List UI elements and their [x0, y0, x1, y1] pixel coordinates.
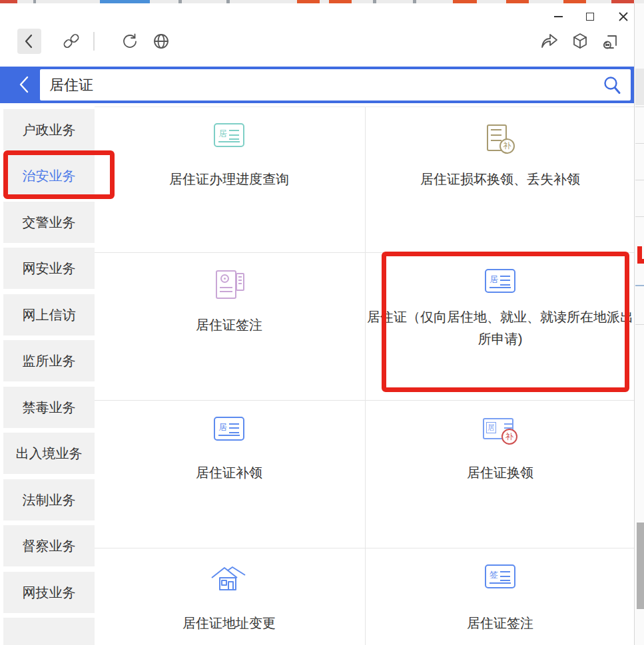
document-badge-icon: 补: [485, 123, 515, 154]
residence-card-icon: 居: [214, 417, 244, 441]
sidebar-item-fazhi[interactable]: 法制业务: [3, 479, 95, 521]
service-card-endorsement-2[interactable]: 签 居住证签注: [366, 548, 635, 645]
assistant-button[interactable]: [600, 31, 621, 52]
icon-char: 居: [218, 421, 227, 433]
residence-card-icon: 签: [485, 564, 515, 588]
icon-char: 居: [489, 274, 498, 286]
sidebar-item-label: 监所业务: [23, 352, 76, 370]
search-back-button[interactable]: [15, 75, 35, 95]
sidebar-item-jiaojing[interactable]: 交警业务: [3, 202, 95, 243]
sidebar-item-label: 网技业务: [23, 584, 76, 602]
residence-card-icon: 居: [485, 269, 515, 293]
share-icon: [539, 31, 559, 51]
sidebar-item-label: 法制业务: [23, 491, 76, 509]
globe-button[interactable]: [151, 31, 172, 52]
minimize-icon: [554, 16, 563, 17]
sidebar-item-wangji[interactable]: 网技业务: [3, 572, 95, 613]
search-input[interactable]: [49, 69, 595, 101]
sidebar-item-wangan[interactable]: 网安业务: [3, 248, 95, 289]
browser-toolbar: [0, 25, 634, 63]
chevron-left-icon: [17, 75, 32, 94]
sidebar-item-label: 禁毒业务: [23, 399, 76, 417]
service-card-address-change[interactable]: 居住证地址变更: [95, 548, 364, 645]
close-icon: [618, 11, 629, 22]
service-label: 居住证签注: [371, 612, 629, 634]
search-bar: [0, 67, 634, 103]
icon-char: 居: [486, 422, 496, 433]
search-icon[interactable]: [603, 76, 621, 97]
icon-char: 居: [218, 128, 227, 140]
services-grid: 居 居住证办理进度查询 补 居住证损坏换领、丢失补领 居住证签注 居 居住证（仅…: [95, 107, 634, 645]
refresh-icon: [121, 32, 139, 51]
annotation-fragment: [637, 246, 644, 264]
link-button[interactable]: [61, 31, 81, 51]
icon-badge-char: 补: [499, 138, 515, 154]
screen: 户政业务 治安业务 交警业务 网安业务 网上信访 监所业务 禁毒业务 出入境业务…: [0, 0, 644, 645]
icon-char: 签: [489, 569, 498, 581]
titlebar: [0, 3, 634, 25]
card-badge-icon: 居 补: [483, 417, 517, 445]
sidebar-item-label: 网上信访: [23, 306, 76, 324]
sidebar-item-ducha[interactable]: 督察业务: [3, 525, 95, 566]
house-icon: [210, 564, 248, 594]
maximize-icon: [586, 13, 594, 21]
close-button[interactable]: [613, 9, 633, 25]
service-card-progress-query[interactable]: 居 居住证办理进度查询: [95, 107, 364, 252]
back-button[interactable]: [17, 29, 41, 54]
service-label: 居住证签注: [100, 314, 358, 336]
globe-icon: [152, 32, 170, 51]
sidebar-item-label: 督察业务: [23, 537, 76, 555]
scrollbar-thumb[interactable]: [637, 523, 644, 609]
maximize-button[interactable]: [580, 9, 600, 25]
share-button[interactable]: [538, 31, 559, 52]
sidebar-item-huzheng[interactable]: 户政业务: [3, 109, 95, 150]
service-label: 居住证（仅向居住地、就业、就读所在地派出所申请): [366, 306, 635, 350]
minimize-button[interactable]: [548, 9, 568, 25]
sidebar-item-wangshangxinfang[interactable]: 网上信访: [3, 294, 95, 335]
service-label: 居住证地址变更: [100, 612, 358, 634]
sidebar-item-label: 户政业务: [23, 121, 76, 139]
service-card-renewal[interactable]: 居 补 居住证换领: [366, 401, 635, 548]
service-label: 居住证补领: [100, 462, 358, 484]
service-label: 居住证换领: [371, 462, 629, 484]
id-document-icon: [214, 269, 244, 301]
refresh-button[interactable]: [119, 31, 141, 52]
cube-icon: [571, 32, 589, 51]
sidebar-item-jindu[interactable]: 禁毒业务: [3, 387, 95, 428]
service-card-reissue[interactable]: 居 居住证补领: [95, 401, 364, 548]
sidebar-item-partial[interactable]: [3, 618, 95, 645]
service-label: 居住证损坏换领、丢失补领: [371, 168, 629, 190]
chevron-left-icon: [23, 33, 36, 49]
service-card-endorsement-1[interactable]: 居住证签注: [95, 253, 364, 400]
sidebar-item-label: 交警业务: [23, 214, 76, 232]
residence-card-icon: 居: [214, 123, 244, 147]
sidebar-item-zhian[interactable]: 治安业务: [3, 155, 95, 196]
link-icon: [62, 32, 81, 51]
service-label: 居住证办理进度查询: [100, 168, 358, 190]
sidebar-item-jiansuo[interactable]: 监所业务: [3, 340, 95, 381]
right-edge-sliver: [634, 3, 644, 645]
sidebar-item-label: 治安业务: [23, 167, 76, 185]
service-card-residence-permit-apply[interactable]: 居 居住证（仅向居住地、就业、就读所在地派出所申请): [366, 253, 635, 400]
sidebar-item-churujing[interactable]: 出入境业务: [3, 433, 95, 474]
service-card-damaged-lost-reissue[interactable]: 补 居住证损坏换领、丢失补领: [366, 107, 635, 252]
search-field: [40, 69, 631, 101]
assistant-icon: [601, 32, 620, 51]
sidebar-item-label: 网安业务: [23, 260, 76, 278]
toolbar-divider: [93, 32, 95, 51]
sidebar-item-label: 出入境业务: [16, 445, 83, 463]
cube-button[interactable]: [569, 31, 591, 52]
icon-badge-char: 补: [501, 429, 517, 445]
